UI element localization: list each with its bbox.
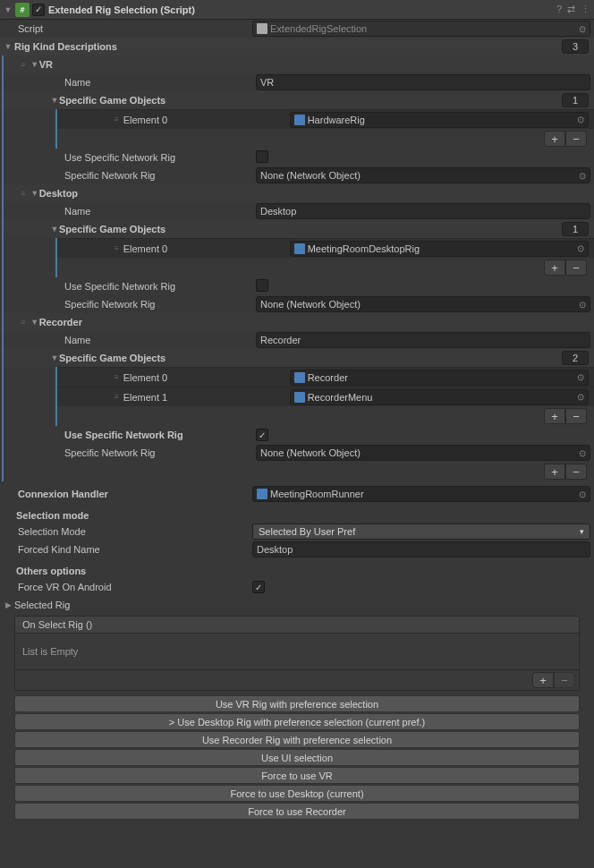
sgo-count[interactable]: 1 [562, 222, 589, 236]
object-picker-icon[interactable]: ⊙ [579, 171, 586, 181]
rigkinds-count[interactable]: 3 [562, 39, 589, 54]
sgo-label: Specific Game Objects [59, 224, 562, 234]
name-input[interactable] [256, 74, 590, 90]
others-heading: Others options [0, 562, 594, 578]
object-picker-icon[interactable]: ⊙ [577, 372, 584, 382]
net-field[interactable]: None (Network Object) ⊙ [256, 296, 590, 312]
use-net-label: Use Specific Network Rig [7, 152, 256, 163]
prefab-icon [294, 243, 305, 254]
object-picker-icon[interactable]: ⊙ [577, 115, 584, 124]
menu-icon[interactable]: ⋮ [581, 4, 590, 15]
element-label: Element 0 [123, 243, 290, 254]
sgo-remove-button[interactable]: − [565, 260, 587, 276]
presets-icon[interactable]: ⇄ [567, 4, 575, 15]
selectedrig-foldout[interactable]: ▶ [4, 600, 13, 609]
name-input[interactable] [256, 203, 590, 219]
use-net-checkbox[interactable] [256, 150, 268, 163]
item-title: Desktop [39, 188, 78, 199]
use-net-label: Use Specific Network Rig [7, 281, 256, 292]
net-field[interactable]: None (Network Object) ⊙ [256, 445, 590, 461]
item-foldout[interactable]: ▼ [30, 189, 39, 198]
use-ui-selection-button[interactable]: Use UI selection [14, 749, 580, 766]
force-desktop-button[interactable]: Force to use Desktop (current) [14, 785, 580, 802]
sgo-foldout[interactable]: ▼ [50, 353, 59, 362]
event-box: On Select Rig () List is Empty + − [14, 616, 580, 691]
drag-handle-icon[interactable]: ≡ [21, 319, 25, 327]
sgo-add-button[interactable]: + [544, 260, 565, 276]
script-type-icon [257, 23, 267, 34]
selection-mode-label: Selection Mode [4, 526, 252, 537]
object-picker-icon[interactable]: ⊙ [579, 300, 586, 310]
name-label: Name [7, 335, 256, 345]
object-picker-icon[interactable]: ⊙ [577, 392, 584, 402]
sgo-remove-button[interactable]: − [565, 408, 587, 424]
net-label: Specific Network Rig [7, 447, 256, 458]
element-field[interactable]: Recorder ⊙ [290, 370, 589, 386]
item-foldout[interactable]: ▼ [30, 318, 39, 327]
item-title: Recorder [39, 317, 82, 328]
selection-mode-dropdown[interactable]: Selected By User Pref [252, 523, 590, 540]
object-picker-icon[interactable]: ⊙ [579, 489, 586, 499]
script-field: ExtendedRigSelection ⊙ [252, 21, 590, 37]
prefab-icon [294, 392, 305, 403]
connexion-field[interactable]: MeetingRoomRunner ⊙ [252, 486, 590, 502]
object-picker-icon[interactable]: ⊙ [579, 24, 586, 34]
component-foldout[interactable]: ▼ [4, 5, 13, 14]
drag-handle-icon[interactable]: ≡ [21, 190, 25, 198]
selectedrig-label: Selected Rig [14, 600, 70, 610]
object-picker-icon[interactable]: ⊙ [579, 448, 586, 458]
rigkinds-foldout[interactable]: ▼ [4, 42, 13, 51]
net-label: Specific Network Rig [7, 170, 256, 181]
event-remove-button[interactable]: − [554, 672, 575, 688]
sgo-foldout[interactable]: ▼ [50, 96, 59, 105]
prefab-icon [294, 372, 305, 383]
sgo-count[interactable]: 1 [562, 93, 589, 107]
drag-handle-icon[interactable]: ≡ [57, 244, 118, 252]
event-header: On Select Rig () [15, 617, 579, 634]
net-label: Specific Network Rig [7, 299, 256, 310]
component-enabled-checkbox[interactable] [32, 4, 45, 16]
connexion-value: MeetingRoomRunner [270, 489, 364, 499]
sgo-add-button[interactable]: + [544, 408, 565, 424]
use-net-checkbox[interactable] [256, 429, 268, 441]
name-label: Name [7, 77, 256, 88]
force-vr-button[interactable]: Force to use VR [14, 767, 580, 784]
object-picker-icon[interactable]: ⊙ [577, 243, 584, 253]
sgo-remove-button[interactable]: − [565, 131, 587, 147]
net-field[interactable]: None (Network Object) ⊙ [256, 167, 590, 183]
sgo-count[interactable]: 2 [562, 351, 589, 365]
item-title: VR [39, 59, 53, 70]
rigkinds-remove-button[interactable]: − [565, 464, 587, 480]
rigkinds-label: Rig Kind Descriptions [14, 41, 562, 52]
drag-handle-icon[interactable]: ≡ [57, 393, 118, 401]
forced-kind-label: Forced Kind Name [4, 544, 252, 555]
element-field[interactable]: HardwareRig ⊙ [290, 112, 589, 128]
use-net-checkbox[interactable] [256, 279, 268, 292]
drag-handle-icon[interactable]: ≡ [57, 373, 118, 381]
event-empty-text: List is Empty [15, 634, 579, 669]
script-label: Script [4, 23, 252, 34]
help-icon[interactable]: ? [556, 4, 562, 15]
component-title: Extended Rig Selection (Script) [48, 4, 556, 15]
drag-handle-icon[interactable]: ≡ [21, 61, 25, 69]
script-value: ExtendedRigSelection [270, 23, 367, 34]
use-vr-button[interactable]: Use VR Rig with preference selection [14, 695, 580, 712]
script-icon: # [15, 3, 30, 17]
element-field[interactable]: MeetingRoomDesktopRig ⊙ [290, 241, 589, 257]
use-recorder-button[interactable]: Use Recorder Rig with preference selecti… [14, 731, 580, 748]
item-foldout[interactable]: ▼ [30, 60, 39, 69]
name-input[interactable] [256, 332, 590, 348]
sgo-foldout[interactable]: ▼ [50, 225, 59, 234]
element-field[interactable]: RecorderMenu ⊙ [290, 389, 589, 405]
event-add-button[interactable]: + [532, 672, 554, 688]
sgo-add-button[interactable]: + [544, 131, 565, 147]
use-desktop-button[interactable]: > Use Desktop Rig with preference select… [14, 713, 580, 730]
prefab-icon [294, 115, 305, 125]
use-net-label: Use Specific Network Rig [7, 430, 256, 440]
prefab-icon [257, 489, 267, 499]
force-recorder-button[interactable]: Force to use Recorder [14, 803, 580, 820]
rigkinds-add-button[interactable]: + [544, 464, 565, 480]
forced-kind-input[interactable] [252, 541, 590, 557]
drag-handle-icon[interactable]: ≡ [57, 115, 118, 123]
forcevr-checkbox[interactable] [252, 581, 265, 593]
